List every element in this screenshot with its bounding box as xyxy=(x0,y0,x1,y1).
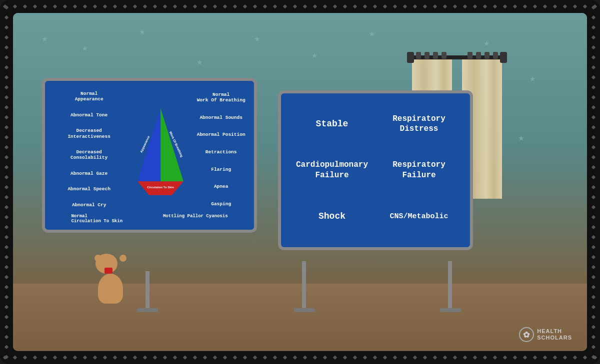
svg-marker-1 xyxy=(160,108,184,182)
svg-marker-0 xyxy=(138,108,160,182)
right-sign-item: NormalWork Of Breathing xyxy=(194,92,248,103)
right-sign-board: Stable RespiratoryDistress Cardiopulmona… xyxy=(278,90,473,250)
right-sign-base-left xyxy=(294,308,315,312)
left-sign-left-column: NormalAppearance Abnormal Tone Decreased… xyxy=(51,87,129,212)
left-sign-item: Abnormal Tone xyxy=(51,112,127,118)
right-sign-pole-right xyxy=(448,261,452,311)
right-sign-item: Retractions xyxy=(194,149,248,155)
sign-cell-cardiopulmonary-failure: CardiopulmonaryFailure xyxy=(291,150,373,191)
left-sign-item: DecreasedInteractiveness xyxy=(51,128,127,139)
left-sign-item: DecreasedConsolability xyxy=(51,149,127,161)
right-sign-item: Gasping xyxy=(194,201,248,207)
dots-left xyxy=(5,25,8,339)
sign-cell-respiratory-failure: RespiratoryFailure xyxy=(378,150,460,191)
sign-cell-shock: Shock xyxy=(291,196,373,237)
sign-cell-cns-metabolic: CNS/Metabolic xyxy=(378,196,460,237)
logo-line2: SCHOLARS xyxy=(537,335,572,341)
right-sign-item: Flaring xyxy=(194,167,248,172)
curtain-ring xyxy=(476,52,481,59)
dots-bottom xyxy=(25,356,575,359)
dots-right xyxy=(592,25,595,339)
right-sign-item: Abnormal Position xyxy=(194,132,248,137)
teddy-ear-right xyxy=(120,255,126,262)
right-sign-pole-left xyxy=(302,261,306,311)
bottom-circulation-normal: NormalCirculation To Skin xyxy=(71,214,122,224)
right-sign-item: Apnea xyxy=(194,184,248,189)
triangle-diagram: Appearance Work Of Breathing Circulation… xyxy=(133,87,188,212)
curtain-ring xyxy=(493,52,498,59)
teddy-body xyxy=(98,274,123,304)
logo-icon: ✿ xyxy=(519,327,534,342)
svg-text:Circulation To Skin: Circulation To Skin xyxy=(147,186,174,189)
left-sign-right-column: NormalWork Of Breathing Abnormal Sounds … xyxy=(192,87,248,212)
curtain-rod-bracket-left xyxy=(407,52,414,63)
left-sign-item: Abnormal Speech xyxy=(51,186,127,192)
health-scholars-logo: ✿ HEALTH SCHOLARS xyxy=(519,327,572,342)
curtain-rod xyxy=(407,55,507,59)
curtain-rod-bracket-right xyxy=(500,52,507,63)
curtain-ring xyxy=(416,52,421,59)
dots-top xyxy=(25,5,575,8)
bottom-circulation-abnormal: Mottling Pallor Cyanosis xyxy=(163,214,228,224)
vr-scene: ★ ★ ★ ★ ★ ★ ★ ★ ★ ★ ★ ★ ★ ★ ★ ★ ★ ★ ★ ★ … xyxy=(13,13,587,351)
logo-line1: HEALTH xyxy=(537,328,572,335)
left-sign-item: Abnormal Cry xyxy=(51,202,127,208)
teddy-bow xyxy=(104,268,112,274)
sign-cell-stable: Stable xyxy=(291,103,373,145)
outer-border: ★ ★ ★ ★ ★ ★ ★ ★ ★ ★ ★ ★ ★ ★ ★ ★ ★ ★ ★ ★ … xyxy=(0,0,600,364)
sign-cell-respiratory-distress: RespiratoryDistress xyxy=(378,103,460,145)
left-sign-board: NormalAppearance Abnormal Tone Decreased… xyxy=(42,78,257,233)
left-sign-base xyxy=(137,308,158,312)
left-sign-item: Abnormal Gaze xyxy=(51,171,127,176)
logo-text: HEALTH SCHOLARS xyxy=(537,328,572,341)
left-sign-item: NormalAppearance xyxy=(51,91,127,102)
left-sign-pole xyxy=(146,271,150,311)
right-sign-item: Abnormal Sounds xyxy=(194,115,248,120)
curtain-ring xyxy=(424,52,430,59)
curtain-ring xyxy=(433,52,438,59)
right-sign-base-right xyxy=(440,308,461,312)
curtain-ring xyxy=(442,52,446,59)
teddy-bear xyxy=(90,254,130,304)
curtain-ring xyxy=(484,52,490,59)
curtain-ring xyxy=(468,52,472,59)
